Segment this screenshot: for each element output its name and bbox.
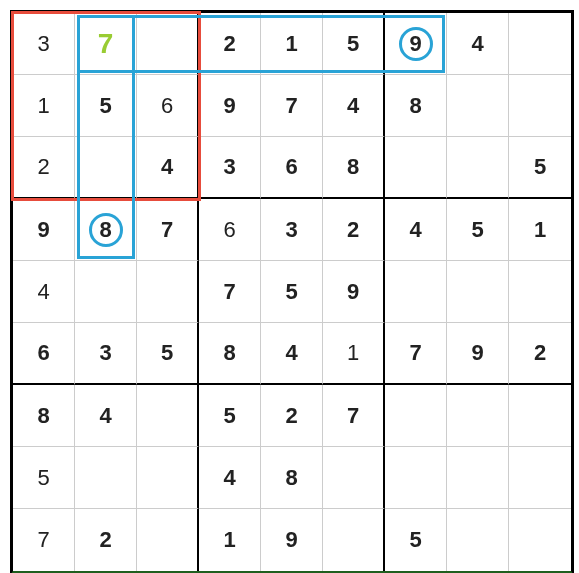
cell-3-6[interactable]: 4 [385, 199, 447, 261]
cell-6-3[interactable]: 5 [199, 385, 261, 447]
cell-3-7[interactable]: 5 [447, 199, 509, 261]
cell-8-2[interactable] [137, 509, 199, 571]
cell-8-5[interactable] [323, 509, 385, 571]
cell-4-2[interactable] [137, 261, 199, 323]
cell-5-6[interactable]: 7 [385, 323, 447, 385]
cell-7-7[interactable] [447, 447, 509, 509]
cell-8-0[interactable]: 7 [13, 509, 75, 571]
cell-3-4[interactable]: 3 [261, 199, 323, 261]
cell-4-8[interactable] [509, 261, 571, 323]
cell-6-1[interactable]: 4 [75, 385, 137, 447]
cell-2-3[interactable]: 3 [199, 137, 261, 199]
cell-8-8[interactable] [509, 509, 571, 571]
cell-6-6[interactable] [385, 385, 447, 447]
cell-4-3[interactable]: 7 [199, 261, 261, 323]
cell-1-0[interactable]: 1 [13, 75, 75, 137]
cell-3-5[interactable]: 2 [323, 199, 385, 261]
cell-8-7[interactable] [447, 509, 509, 571]
cell-5-2[interactable]: 5 [137, 323, 199, 385]
cell-6-7[interactable] [447, 385, 509, 447]
cell-5-1[interactable]: 3 [75, 323, 137, 385]
cell-4-0[interactable]: 4 [13, 261, 75, 323]
cell-0-5[interactable]: 5 [323, 13, 385, 75]
cell-1-4[interactable]: 7 [261, 75, 323, 137]
cell-2-0[interactable]: 2 [13, 137, 75, 199]
cell-0-0[interactable]: 3 [13, 13, 75, 75]
cell-0-1[interactable]: 7 [75, 13, 137, 75]
cell-6-0[interactable]: 8 [13, 385, 75, 447]
cell-7-5[interactable] [323, 447, 385, 509]
cell-4-4[interactable]: 5 [261, 261, 323, 323]
cell-0-3[interactable]: 2 [199, 13, 261, 75]
cell-2-2[interactable]: 4 [137, 137, 199, 199]
cell-4-1[interactable] [75, 261, 137, 323]
cell-4-6[interactable] [385, 261, 447, 323]
cell-8-3[interactable]: 1 [199, 509, 261, 571]
cell-3-1[interactable]: 8 [75, 199, 137, 261]
cell-4-5[interactable]: 9 [323, 261, 385, 323]
cell-7-2[interactable] [137, 447, 199, 509]
cell-5-8[interactable]: 2 [509, 323, 571, 385]
cell-0-7[interactable]: 4 [447, 13, 509, 75]
cell-6-4[interactable]: 2 [261, 385, 323, 447]
cell-5-5[interactable]: 1 [323, 323, 385, 385]
cell-3-8[interactable]: 1 [509, 199, 571, 261]
cell-0-4[interactable]: 1 [261, 13, 323, 75]
cell-2-6[interactable] [385, 137, 447, 199]
cell-7-1[interactable] [75, 447, 137, 509]
cell-0-8[interactable] [509, 13, 571, 75]
cell-3-3[interactable]: 6 [199, 199, 261, 261]
cell-7-3[interactable]: 4 [199, 447, 261, 509]
cell-2-1[interactable] [75, 137, 137, 199]
cell-5-4[interactable]: 4 [261, 323, 323, 385]
cell-0-6[interactable]: 9 [385, 13, 447, 75]
cell-7-0[interactable]: 5 [13, 447, 75, 509]
cell-5-0[interactable]: 6 [13, 323, 75, 385]
cell-6-2[interactable] [137, 385, 199, 447]
cell-1-7[interactable] [447, 75, 509, 137]
cell-1-2[interactable]: 6 [137, 75, 199, 137]
cell-2-8[interactable]: 5 [509, 137, 571, 199]
cell-1-5[interactable]: 4 [323, 75, 385, 137]
cell-1-8[interactable] [509, 75, 571, 137]
sudoku-board: 3721594156974824368598763245147596358417… [10, 10, 574, 573]
cell-7-8[interactable] [509, 447, 571, 509]
cell-8-1[interactable]: 2 [75, 509, 137, 571]
cell-1-6[interactable]: 8 [385, 75, 447, 137]
cell-7-6[interactable] [385, 447, 447, 509]
cell-5-7[interactable]: 9 [447, 323, 509, 385]
cell-7-4[interactable]: 8 [261, 447, 323, 509]
cell-8-4[interactable]: 9 [261, 509, 323, 571]
cell-4-7[interactable] [447, 261, 509, 323]
cell-1-1[interactable]: 5 [75, 75, 137, 137]
cell-2-5[interactable]: 8 [323, 137, 385, 199]
cell-5-3[interactable]: 8 [199, 323, 261, 385]
cell-1-3[interactable]: 9 [199, 75, 261, 137]
cell-3-0[interactable]: 9 [13, 199, 75, 261]
cell-2-7[interactable] [447, 137, 509, 199]
cell-8-6[interactable]: 5 [385, 509, 447, 571]
cell-3-2[interactable]: 7 [137, 199, 199, 261]
cell-6-8[interactable] [509, 385, 571, 447]
cell-0-2[interactable] [137, 13, 199, 75]
cell-6-5[interactable]: 7 [323, 385, 385, 447]
cell-2-4[interactable]: 6 [261, 137, 323, 199]
